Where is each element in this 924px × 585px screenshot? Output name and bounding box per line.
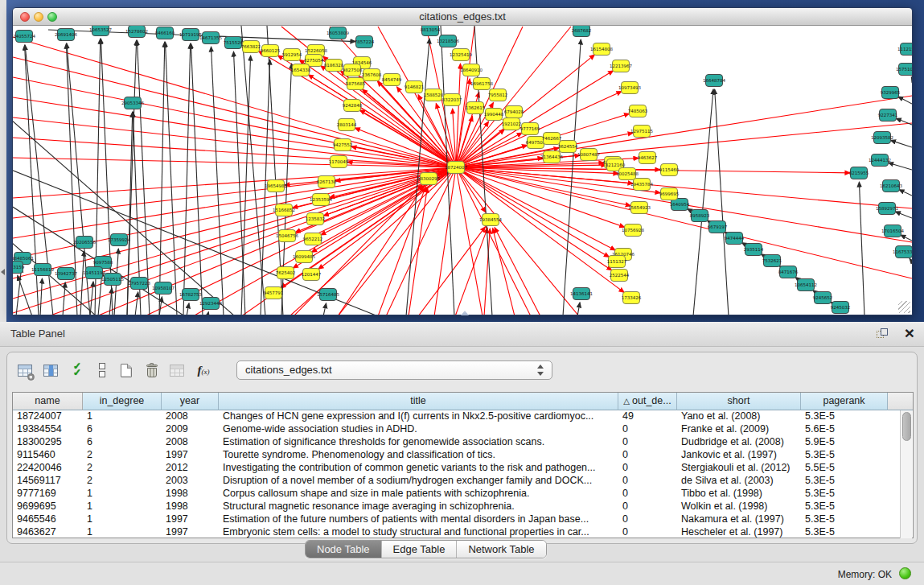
table-cell-year[interactable]: 1997 (162, 449, 219, 462)
table-cell-in_degree[interactable]: 1 (83, 501, 162, 513)
create-table-button[interactable] (115, 359, 138, 381)
table-cell-name[interactable]: 9115460 (13, 449, 83, 462)
graph-node[interactable]: 12325419 (450, 49, 472, 61)
graph-edge[interactable] (13, 37, 456, 167)
graph-node[interactable]: 6679197 (708, 221, 728, 233)
table-cell-pagerank[interactable]: 5.3E-5 (801, 513, 888, 526)
graph-node[interactable]: 1588520 (424, 89, 444, 101)
graph-node[interactable]: 9652212 (303, 233, 323, 245)
graph-node[interactable]: 9660125 (261, 45, 281, 57)
table-cell-out_degree[interactable]: 0 (618, 513, 677, 526)
table-cell-pagerank[interactable]: 5.6E-5 (801, 423, 888, 436)
graph-node[interactable]: 15751074 (896, 64, 912, 76)
graph-edge[interactable] (13, 167, 456, 278)
graph-node[interactable]: 13942737 (55, 268, 77, 280)
close-window-button[interactable] (20, 12, 30, 22)
graph-edge[interactable] (455, 228, 487, 315)
graph-node[interactable]: 12213967 (610, 60, 632, 72)
window-titlebar[interactable]: citations_edges.txt (13, 8, 912, 26)
table-selector-dropdown[interactable]: citations_edges.txt (236, 360, 552, 380)
graph-node[interactable]: 17016504 (881, 225, 904, 237)
graph-edge[interactable] (911, 77, 912, 78)
graph-node[interactable]: 14136141 (570, 288, 593, 300)
graph-node[interactable]: 13218506 (437, 35, 459, 47)
graph-edge[interactable] (233, 51, 245, 315)
graph-node[interactable]: 1654338 (291, 64, 311, 76)
table-mode-button[interactable] (14, 359, 36, 381)
graph-edge[interactable] (493, 229, 515, 315)
graph-node[interactable]: 2687682 (572, 26, 592, 37)
tab-edge-table[interactable]: Edge Table (382, 541, 458, 558)
graph-edge[interactable] (890, 140, 912, 147)
table-cell-year[interactable]: 1998 (162, 501, 219, 513)
table-cell-name[interactable]: 9699695 (13, 501, 83, 513)
graph-node[interactable]: 9427552 (333, 139, 353, 151)
graph-node[interactable]: 7857224 (355, 36, 375, 48)
graph-edge[interactable] (456, 167, 486, 212)
graph-edge[interactable] (418, 227, 485, 315)
table-cell-name[interactable]: 19384554 (13, 423, 83, 436)
graph-node[interactable]: 10807487 (577, 149, 600, 161)
table-cell-name[interactable]: 9777169 (13, 488, 83, 501)
graph-node[interactable]: 8958923 (690, 210, 710, 222)
graph-node[interactable]: 10958107 (152, 282, 175, 295)
column-header-short[interactable]: short (677, 393, 801, 410)
graph-edge[interactable] (135, 292, 138, 315)
table-cell-short[interactable]: Yano et al. (2008) (677, 410, 801, 423)
graph-node[interactable]: 8454749 (382, 74, 402, 86)
graph-node[interactable]: 6794028 (504, 106, 524, 118)
graph-node[interactable]: 9146821 (405, 81, 425, 93)
graph-edge[interactable] (241, 26, 265, 315)
table-cell-out_degree[interactable]: 0 (618, 462, 677, 475)
graph-edge[interactable] (456, 27, 571, 167)
graph-node[interactable]: 9457791 (264, 287, 284, 299)
table-cell-title[interactable]: Estimation of the future numbers of pati… (219, 513, 618, 526)
graph-node[interactable]: 10756928 (622, 225, 644, 237)
graph-node[interactable]: 12505115 (101, 274, 124, 286)
table-cell-short[interactable]: Dudbridge et al. (2008) (677, 436, 801, 449)
graph-node[interactable]: 7955812 (488, 89, 508, 101)
graph-node[interactable]: 20691406 (55, 29, 77, 41)
table-cell-pagerank[interactable]: 5.3E-5 (801, 501, 888, 513)
graph-node[interactable]: 8813054 (421, 26, 441, 36)
table-row[interactable]: 969969511998Structural magnetic resonanc… (13, 501, 900, 513)
table-cell-out_degree[interactable]: 0 (618, 488, 677, 501)
table-row[interactable]: 1938455462009Genome-wide association stu… (13, 423, 900, 436)
graph-node[interactable]: 7532621 (762, 255, 782, 267)
graph-node[interactable]: 9245652 (813, 292, 833, 304)
table-cell-title[interactable]: Genome-wide association studies in ADHD. (219, 423, 618, 436)
graph-node[interactable]: 5912954 (282, 49, 302, 61)
graph-node[interactable]: 1235832 (306, 213, 326, 225)
graph-node[interactable]: 9245032 (831, 302, 851, 314)
tab-node-table[interactable]: Node Table (306, 541, 382, 558)
table-cell-out_degree[interactable]: 0 (618, 449, 677, 462)
graph-edge[interactable] (693, 89, 713, 315)
graph-node[interactable]: 15278602 (125, 26, 148, 38)
graph-node[interactable]: 1733426 (622, 292, 642, 304)
graph-edge[interactable] (13, 77, 456, 167)
graph-node[interactable]: 3913159 (13, 262, 25, 274)
graph-edge[interactable] (323, 303, 326, 315)
table-vertical-scrollbar[interactable] (900, 410, 912, 538)
graph-node[interactable]: 16961758 (470, 78, 493, 90)
table-cell-pagerank[interactable]: 5.3E-5 (801, 410, 888, 423)
graph-node[interactable]: 1362615 (466, 102, 486, 114)
graph-node[interactable]: 15716485 (317, 289, 339, 301)
graph-edge[interactable] (13, 167, 456, 238)
table-cell-name[interactable]: 18300295 (13, 436, 83, 449)
graph-node[interactable]: 19435784 (630, 179, 653, 191)
graph-node[interactable]: 12975115 (630, 126, 653, 138)
table-row[interactable]: 946554611997Estimation of the future num… (13, 513, 900, 526)
graph-node[interactable]: 9699695 (659, 188, 680, 200)
function-builder-button[interactable]: f(x) (192, 359, 215, 381)
table-cell-title[interactable]: Investigating the contribution of common… (219, 462, 618, 475)
table-cell-in_degree[interactable]: 2 (83, 449, 162, 462)
graph-node[interactable]: 7663822 (241, 41, 261, 53)
table-cell-pagerank[interactable]: 5.3E-5 (801, 475, 888, 488)
table-cell-title[interactable]: Estimation of significance thresholds fo… (219, 436, 618, 449)
graph-node[interactable]: 5875685 (346, 78, 366, 90)
graph-edge[interactable] (456, 167, 483, 315)
citation-network-graph[interactable]: 2405572420691406106535271527860284661601… (13, 26, 912, 315)
graph-edge[interactable] (13, 97, 456, 167)
graph-node[interactable]: 16648784 (703, 75, 725, 87)
